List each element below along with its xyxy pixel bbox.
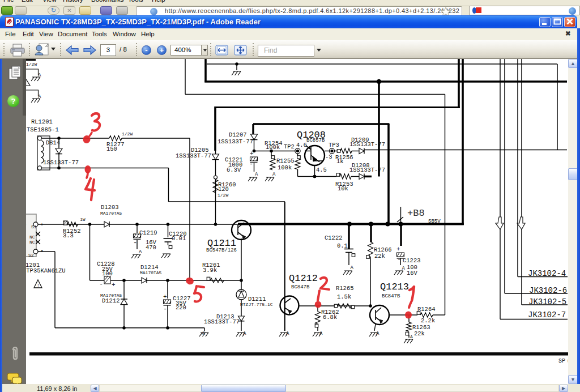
svg-text:+: + [250,150,254,157]
svg-text:A: A [319,331,323,336]
svg-text:22k: 22k [374,253,385,259]
svg-text:1SS133T-77: 1SS133T-77 [349,141,385,148]
svg-text:100k: 100k [278,164,292,171]
svg-text:1k: 1k [336,158,344,165]
svg-text:100: 100 [102,270,113,277]
svg-text:1/2W: 1/2W [122,131,133,137]
svg-text:-3: -3 [325,154,332,160]
svg-text:Q1213: Q1213 [380,282,409,292]
svg-text:C1219: C1219 [139,229,157,236]
svg-text:+: + [112,282,116,288]
svg-text:1SS133T-77: 1SS133T-77 [349,167,385,173]
svg-text:1SS133T-77: 1SS133T-77 [43,159,79,166]
svg-text:D1207: D1207 [229,131,247,138]
svg-text:D1212: D1212 [102,297,120,304]
svg-text:!: ! [37,283,40,288]
svg-text:S1: S1 [31,224,37,229]
svg-text:MA170TA5: MA170TA5 [140,270,162,275]
svg-text:22k: 22k [414,330,425,337]
svg-text:-: - [397,255,401,263]
svg-text:1/2W: 1/2W [26,62,37,67]
svg-text:10k: 10k [338,185,348,192]
svg-text:JK3102-7: JK3102-7 [528,310,566,319]
svg-text:1/2W: 1/2W [218,193,228,198]
svg-text:1SS133T-77: 1SS133T-77 [176,152,211,159]
svg-text:2.2k: 2.2k [421,317,435,324]
svg-text:150: 150 [106,146,117,152]
svg-text:1.5k: 1.5k [337,293,351,300]
svg-text:BC857B: BC857B [306,138,325,143]
svg-text:MA170TA5: MA170TA5 [100,211,122,216]
svg-text:D1203: D1203 [101,204,119,211]
svg-text:1W: 1W [80,217,86,222]
svg-text:-: - [133,239,137,247]
svg-text:TSE1885-1: TSE1885-1 [27,126,59,133]
svg-text:-: - [99,280,103,288]
svg-text:NC: NC [29,235,35,240]
svg-text:CTP35KAN61ZU: CTP35KAN61ZU [26,267,66,274]
svg-text:A: A [202,331,205,336]
svg-text:6.8k: 6.8k [323,314,337,321]
svg-text:NC: NC [29,240,35,245]
svg-text:*: * [26,224,27,230]
svg-text:D814: D814 [46,139,60,146]
svg-text:3.9k: 3.9k [203,267,217,274]
svg-text:BC547B/126: BC547B/126 [206,248,237,253]
svg-text:R1265: R1265 [336,285,354,292]
svg-text:S2: S2 [28,253,34,258]
svg-text:Q1212: Q1212 [289,273,318,284]
svg-text:1SS133T-77: 1SS133T-77 [204,318,240,325]
svg-text:-: - [249,160,253,168]
svg-text:4.5: 4.5 [316,167,327,173]
svg-text:220: 220 [176,304,186,311]
svg-text:TP2: TP2 [284,143,295,150]
svg-text:TP3: TP3 [329,142,339,148]
svg-text:+B8: +B8 [407,208,425,219]
svg-text:1SS133T-77: 1SS133T-77 [218,138,253,145]
svg-text:SB5V: SB5V [428,219,441,224]
svg-text:BC847B: BC847B [291,284,310,290]
svg-text:JK3102-5: JK3102-5 [528,297,566,306]
svg-text:C1222: C1222 [325,235,343,241]
svg-text:100k: 100k [266,144,280,151]
svg-text:A: A [351,265,354,271]
svg-text:0.01: 0.01 [172,235,186,242]
svg-text:A: A [272,172,276,177]
svg-text:*: * [40,250,44,256]
svg-text:R1264: R1264 [417,306,436,313]
svg-text:R1255: R1255 [276,157,295,164]
svg-text:JK3102-4: JK3102-4 [528,269,566,278]
svg-text:A: A [243,331,246,336]
svg-text:A: A [255,172,258,177]
svg-text:6.3V: 6.3V [227,167,241,173]
svg-text:0.1: 0.1 [337,242,348,249]
svg-text:SP: SP [558,358,565,364]
svg-text:3.3: 3.3 [63,232,74,239]
svg-text:*: * [40,223,44,229]
svg-text:RL1201: RL1201 [31,118,53,125]
svg-text:JK3102-6: JK3102-6 [529,286,567,295]
svg-text:16V: 16V [407,270,418,276]
svg-text:A: A [410,334,413,339]
svg-text:470: 470 [146,244,156,251]
svg-text:4.6: 4.6 [296,142,307,148]
svg-text:120: 120 [218,186,229,193]
svg-text:MTZJT-775.1C: MTZJT-775.1C [240,302,273,307]
svg-text:+: + [163,293,167,300]
svg-text:+: + [396,246,400,253]
svg-text:A: A [376,331,379,336]
svg-text:BC847B: BC847B [382,293,400,299]
svg-text:C1223: C1223 [403,257,421,264]
svg-text:A: A [286,331,289,336]
svg-text:-: - [163,305,167,313]
